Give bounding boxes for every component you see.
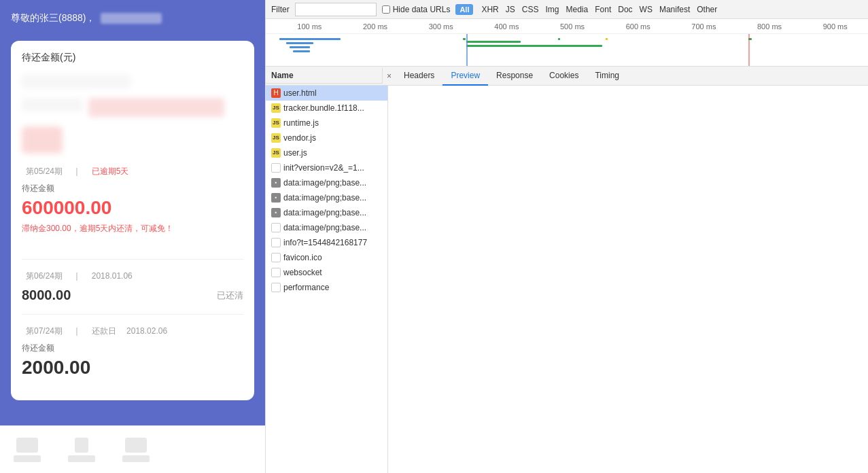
paid-badge: 已还清 — [217, 290, 243, 302]
hide-data-urls-text: Hide data URLs — [393, 5, 451, 14]
js-icon: JS — [271, 148, 281, 158]
file-item-info[interactable]: info?t=1544842168177 — [266, 235, 387, 250]
filter-input[interactable] — [295, 3, 377, 16]
tab-cookies[interactable]: Cookies — [541, 67, 587, 86]
file-item-runtime[interactable]: JS runtime.js — [266, 116, 387, 130]
mobile-app-panel: 尊敬的张三(8888)， 待还金额(元) 第05/24期 ｜ 已逾期5天 — [0, 0, 265, 473]
wf-bar-green-4 — [558, 38, 560, 40]
hide-data-urls-label: Hide data URLs — [382, 5, 451, 14]
filter-label: Filter — [271, 5, 290, 14]
section-paid: 第06/24期 ｜ 2018.01.06 8000.00 已还清 — [22, 270, 243, 315]
devtools-toolbar: Filter Hide data URLs All XHR JS CSS Img… — [266, 0, 868, 19]
file-item-img2[interactable]: ▪ data:image/png;base... — [266, 190, 387, 205]
wf-bar-yellow — [606, 38, 608, 40]
tab-headers[interactable]: Headers — [396, 67, 442, 86]
separator-3: ｜ — [73, 326, 81, 336]
tab-response[interactable]: Response — [488, 67, 541, 86]
separator-2: ｜ — [73, 271, 81, 281]
blurred-block-pink — [88, 98, 224, 117]
file-item-performance[interactable]: performance — [266, 280, 387, 295]
wf-bar-green-3 — [466, 45, 602, 47]
overdue-notice: 滞纳金300.00，逾期5天内还清，可减免！ — [22, 223, 243, 234]
nav-icon-1 — [16, 438, 38, 453]
tabs-row: Name × Headers Preview Response Cookies … — [266, 67, 868, 86]
content-area: H user.html JS tracker.bundle.1f118... J… — [266, 86, 868, 473]
nav-item-2[interactable] — [68, 438, 95, 462]
tick-200: 200 ms — [343, 22, 409, 31]
timeline-bars — [266, 34, 868, 67]
file-item-favicon[interactable]: favicon.ico — [266, 250, 387, 265]
timeline-marker-red — [748, 34, 750, 67]
type-btn-font[interactable]: Font — [592, 3, 614, 16]
wf-bar-4 — [293, 50, 310, 52]
nav-label-2 — [68, 455, 95, 462]
blurred-info — [101, 13, 162, 24]
all-filter-btn[interactable]: All — [455, 4, 473, 15]
period-info-3: 第07/24期 ｜ 还款日 2018.02.06 — [22, 326, 243, 337]
devtools-panel: Filter Hide data URLs All XHR JS CSS Img… — [265, 0, 868, 473]
tick-300: 300 ms — [408, 22, 474, 31]
type-btn-css[interactable]: CSS — [519, 3, 542, 16]
period-2: 第06/24期 — [26, 271, 63, 281]
timeline-marker-blue — [466, 34, 468, 67]
js-icon: JS — [271, 118, 281, 128]
file-item-img1[interactable]: ▪ data:image/png;base... — [266, 175, 387, 190]
type-btn-doc[interactable]: Doc — [615, 3, 635, 16]
type-btn-js[interactable]: JS — [503, 3, 518, 16]
tab-close-btn[interactable]: × — [383, 69, 396, 84]
file-item-vendor[interactable]: JS vendor.js — [266, 130, 387, 145]
file-name: performance — [283, 283, 329, 292]
type-btn-xhr[interactable]: XHR — [479, 3, 501, 16]
hide-data-urls-checkbox[interactable] — [382, 5, 390, 14]
nav-item-1[interactable] — [14, 438, 41, 462]
section-overdue: 第05/24期 ｜ 已逾期5天 待还金额 600000.00 滞纳金300.00… — [22, 166, 243, 260]
tab-preview[interactable]: Preview — [442, 67, 488, 86]
due-date: 2018.02.06 — [126, 326, 167, 336]
js-icon: JS — [271, 103, 281, 113]
file-name: data:image/png;base... — [283, 208, 366, 217]
type-btn-ws[interactable]: WS — [637, 3, 655, 16]
type-btn-manifest[interactable]: Manifest — [657, 3, 693, 16]
file-item-init[interactable]: init?version=v2&_=1... — [266, 160, 387, 175]
file-name: user.html — [283, 88, 317, 98]
paid-row: 8000.00 已还清 — [22, 287, 243, 303]
file-name: vendor.js — [283, 133, 316, 143]
tick-800: 800 ms — [737, 22, 803, 31]
img-icon: ▪ — [271, 178, 281, 188]
nav-icon-3 — [125, 438, 147, 453]
wf-bar-1 — [279, 38, 341, 40]
file-name: init?version=v2&_=1... — [283, 163, 364, 173]
file-name: info?t=1544842168177 — [283, 238, 367, 247]
due-label: 还款日 — [92, 326, 116, 336]
section-pending: 第07/24期 ｜ 还款日 2018.02.06 待还金额 2000.00 — [22, 326, 243, 389]
file-item-img3[interactable]: ▪ data:image/png;base... — [266, 205, 387, 220]
file-name: runtime.js — [283, 118, 319, 128]
file-item-websocket[interactable]: websocket — [266, 265, 387, 280]
app-header: 尊敬的张三(8888)， — [0, 0, 265, 35]
file-name: tracker.bundle.1f118... — [283, 103, 364, 113]
tab-timing[interactable]: Timing — [587, 67, 627, 86]
period-3: 第07/24期 — [26, 326, 63, 336]
type-btn-media[interactable]: Media — [563, 3, 591, 16]
blurred-row-3 — [22, 126, 243, 158]
nav-item-3[interactable] — [122, 438, 150, 462]
blurred-row-1 — [22, 75, 243, 92]
js-icon: JS — [271, 133, 281, 143]
file-item-user-html[interactable]: H user.html — [266, 86, 387, 101]
blank-icon — [271, 223, 281, 232]
period-info-1: 第05/24期 ｜ 已逾期5天 — [22, 166, 243, 177]
blank-icon — [271, 283, 281, 292]
timeline-area: 100 ms 200 ms 300 ms 400 ms 500 ms 600 m… — [266, 19, 868, 67]
file-name: data:image/png;base... — [283, 223, 366, 232]
file-name: data:image/png;base... — [283, 178, 366, 188]
blurred-image-area — [22, 75, 243, 158]
file-item-user-js[interactable]: JS user.js — [266, 145, 387, 160]
wf-bar-3 — [290, 46, 310, 48]
file-name: user.js — [283, 148, 307, 158]
file-item-tracker[interactable]: JS tracker.bundle.1f118... — [266, 101, 387, 116]
type-btn-other[interactable]: Other — [694, 3, 720, 16]
tick-100: 100 ms — [277, 22, 343, 31]
type-btn-img[interactable]: Img — [543, 3, 562, 16]
file-item-img4[interactable]: data:image/png;base... — [266, 220, 387, 235]
nav-label-1 — [14, 455, 41, 462]
